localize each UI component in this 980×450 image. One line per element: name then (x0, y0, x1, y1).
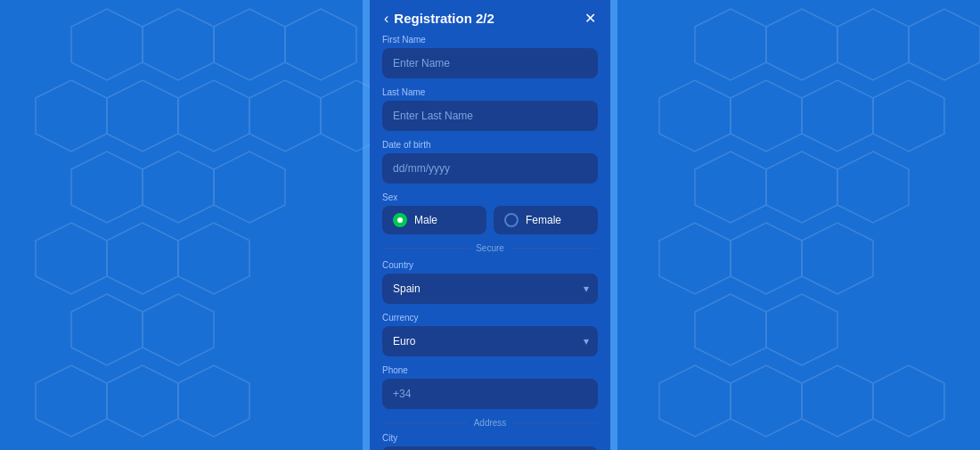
country-group: Country Spain France Germany UK Italy ▾ (382, 260, 598, 304)
svg-marker-4 (36, 80, 107, 151)
svg-marker-20 (695, 9, 766, 80)
modal-right-border (610, 0, 617, 450)
secure-divider: Secure (382, 243, 598, 253)
svg-marker-15 (71, 294, 143, 365)
sex-radio-row: Male Female (382, 206, 598, 234)
svg-marker-23 (909, 9, 980, 80)
modal-left-border (363, 0, 370, 450)
currency-select-wrapper: Euro USD GBP CHF ▾ (382, 326, 598, 356)
address-divider: Address (382, 418, 598, 428)
secure-divider-text: Secure (476, 243, 504, 253)
sex-male-radio (393, 213, 407, 227)
svg-marker-3 (285, 9, 356, 80)
svg-marker-17 (36, 365, 107, 437)
address-divider-text: Address (474, 418, 507, 428)
modal-header: ‹ Registration 2/2 ✕ (370, 0, 610, 35)
svg-marker-9 (71, 151, 143, 223)
svg-marker-29 (766, 151, 837, 223)
svg-marker-0 (71, 9, 143, 80)
first-name-input[interactable] (382, 48, 598, 78)
currency-label: Currency (382, 313, 598, 323)
modal-title: Registration 2/2 (394, 11, 494, 26)
svg-marker-33 (802, 223, 873, 294)
svg-marker-18 (107, 365, 178, 437)
svg-marker-16 (143, 294, 214, 365)
svg-marker-22 (837, 9, 909, 80)
phone-input[interactable] (382, 379, 598, 409)
sex-male-option[interactable]: Male (382, 206, 486, 234)
registration-modal: ‹ Registration 2/2 ✕ First Name Last Nam… (370, 0, 610, 450)
first-name-label: First Name (382, 35, 598, 45)
sex-female-label: Female (526, 214, 561, 226)
country-select-wrapper: Spain France Germany UK Italy ▾ (382, 274, 598, 304)
modal-body: First Name Last Name Date of birth Sex M… (370, 35, 610, 450)
phone-group: Phone (382, 365, 598, 409)
svg-marker-12 (36, 223, 107, 294)
svg-marker-14 (178, 223, 249, 294)
city-label: City (382, 433, 598, 443)
svg-marker-36 (659, 365, 731, 437)
sex-female-radio (504, 213, 519, 227)
svg-marker-1 (143, 9, 214, 80)
svg-marker-28 (695, 151, 766, 223)
currency-group: Currency Euro USD GBP CHF ▾ (382, 313, 598, 356)
sex-label: Sex (382, 192, 598, 202)
svg-marker-6 (178, 80, 249, 151)
country-label: Country (382, 260, 598, 270)
last-name-input[interactable] (382, 101, 598, 131)
last-name-label: Last Name (382, 87, 598, 97)
address-divider-right-line (513, 422, 598, 423)
dob-label: Date of birth (382, 140, 598, 150)
svg-marker-32 (731, 223, 802, 294)
modal-container: ‹ Registration 2/2 ✕ First Name Last Nam… (363, 0, 617, 450)
svg-marker-38 (802, 365, 873, 437)
first-name-group: First Name (382, 35, 598, 78)
country-select[interactable]: Spain France Germany UK Italy (382, 274, 598, 304)
secure-divider-right-line (511, 248, 598, 249)
modal-title-area: ‹ Registration 2/2 (384, 11, 494, 26)
svg-marker-7 (249, 80, 321, 151)
svg-marker-35 (766, 294, 837, 365)
dob-input[interactable] (382, 153, 598, 184)
svg-marker-37 (731, 365, 802, 437)
city-input[interactable] (382, 446, 598, 450)
svg-marker-39 (873, 365, 944, 437)
svg-marker-27 (873, 80, 944, 151)
svg-marker-25 (731, 80, 802, 151)
svg-marker-13 (107, 223, 178, 294)
city-group: City (382, 433, 598, 450)
sex-group: Sex Male Female (382, 192, 598, 234)
svg-marker-26 (802, 80, 873, 151)
svg-marker-11 (214, 151, 285, 223)
phone-label: Phone (382, 365, 598, 375)
svg-marker-2 (214, 9, 285, 80)
svg-marker-5 (107, 80, 178, 151)
sex-male-label: Male (414, 214, 437, 226)
back-button[interactable]: ‹ (384, 12, 388, 26)
svg-marker-19 (178, 365, 249, 437)
svg-marker-10 (143, 151, 214, 223)
svg-marker-24 (659, 80, 731, 151)
svg-marker-21 (766, 9, 837, 80)
dob-group: Date of birth (382, 140, 598, 184)
currency-select[interactable]: Euro USD GBP CHF (382, 326, 598, 356)
svg-marker-31 (659, 223, 731, 294)
last-name-group: Last Name (382, 87, 598, 131)
close-button[interactable]: ✕ (584, 12, 596, 26)
svg-marker-34 (695, 294, 766, 365)
secure-divider-left-line (382, 248, 469, 249)
svg-marker-30 (837, 151, 909, 223)
sex-female-option[interactable]: Female (494, 206, 598, 234)
address-divider-left-line (382, 422, 467, 423)
